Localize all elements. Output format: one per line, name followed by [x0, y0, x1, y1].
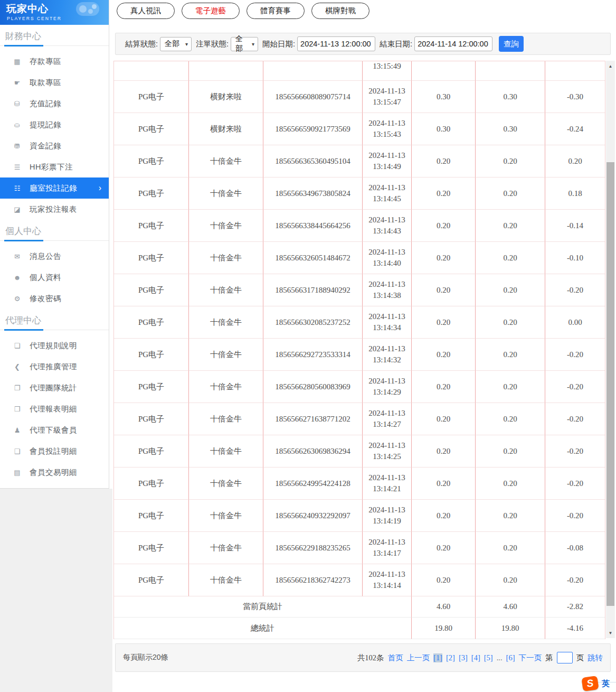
page-number-link[interactable]: [5] [484, 653, 493, 662]
page-number-link[interactable]: [1] [433, 653, 442, 662]
cell-platform: PG电子 [114, 532, 189, 564]
sidebar-item-withdraw[interactable]: ☛取款專區 [0, 72, 109, 93]
sidebar-item-notice[interactable]: ✉消息公告 [0, 246, 109, 267]
page-number-link[interactable]: [4] [471, 653, 480, 662]
agent-team-stats-icon: ❐ [13, 384, 22, 392]
date-line: 2024-11-13 [368, 504, 405, 516]
game-category-tab[interactable]: 電子遊藝 [182, 3, 240, 19]
cell-datetime: 2024-11-1313:14:21 [363, 467, 412, 500]
scroll-down-icon[interactable]: ▼ [606, 629, 615, 637]
cell-order-number: 1856566271638771202 [263, 403, 363, 435]
order-status-select[interactable]: 全部 ▾ [231, 37, 258, 51]
page-number-link[interactable]: [6] [506, 653, 515, 662]
date-line: 2024-11-13 [368, 118, 405, 129]
game-category-tab[interactable]: 體育賽事 [247, 3, 305, 19]
translator-widget[interactable]: S 英 [582, 677, 610, 690]
scrollbar-thumb[interactable] [606, 162, 614, 606]
date-line: 2024-11-13 [368, 214, 405, 226]
profile-icon: ☻ [13, 274, 22, 282]
table-row-partial: 13:15:49 [114, 61, 605, 81]
bet-records-table: 13:15:49PG电子横财来啦18565666080890757142024-… [113, 61, 605, 639]
game-category-tab[interactable]: 真人視訊 [117, 3, 175, 19]
cell-order-number: 1856566365360495104 [263, 145, 363, 177]
cell-winloss: 0.18 [545, 177, 605, 210]
game-category-tab[interactable]: 棋牌對戰 [311, 3, 369, 19]
date-line: 2024-11-13 [368, 150, 405, 161]
first-page-link[interactable]: 首页 [388, 653, 403, 663]
cell-order-number: 1856566229188235265 [263, 532, 363, 564]
cell-platform: PG电子 [114, 177, 189, 210]
table-row: PG电子十倍金牛18565663171889402922024-11-1313:… [114, 274, 605, 306]
change-password-icon: ⚙ [13, 295, 22, 303]
table-row: PG电子十倍金牛18565663496738058242024-11-1313:… [114, 177, 605, 210]
cell-datetime: 2024-11-1313:14:14 [363, 564, 412, 596]
deposit-icon: ▦ [13, 58, 22, 66]
table-row: PG电子十倍金牛18565662409322920972024-11-1313:… [114, 500, 605, 532]
sidebar-item-member-bet-detail[interactable]: ❑會員投註明細 [0, 441, 109, 462]
logo-subtitle: PLAYERS CENTER [0, 16, 109, 21]
cell-order-number: 1856566292723533314 [263, 339, 363, 371]
cell-bet-amount: 0.20 [412, 435, 476, 467]
start-date-input[interactable] [297, 36, 375, 51]
time-line: 13:15:47 [373, 97, 401, 108]
page-number-link[interactable]: [2] [446, 653, 455, 662]
jump-prefix-label: 第 [545, 653, 553, 663]
page-number-link[interactable]: [3] [459, 653, 468, 662]
sidebar-item-profile[interactable]: ☻個人資料 [0, 267, 109, 288]
sidebar-item-player-bet-report[interactable]: ◪玩家投注報表 [0, 199, 109, 220]
sidebar-item-agent-promotion[interactable]: ❮代理推廣管理 [0, 356, 109, 377]
summary-valid-bet: 4.60 [476, 596, 545, 618]
cell-bet-amount: 0.20 [412, 145, 476, 177]
cell-platform: PG电子 [114, 145, 189, 177]
sidebar-item-funds-record[interactable]: ⛃資金記錄 [0, 135, 109, 156]
sidebar-item-agent-sub-members[interactable]: ♟代理下級會員 [0, 419, 109, 441]
time-line: 13:14:14 [373, 580, 401, 591]
table-row: PG电子十倍金牛18565662805600839692024-11-1313:… [114, 371, 605, 403]
chevron-right-icon: › [99, 183, 101, 193]
cell-game: 横财来啦 [189, 81, 263, 113]
cell-valid-bet: 0.20 [476, 145, 545, 177]
scroll-up-icon[interactable]: ▲ [606, 62, 615, 70]
cell-datetime: 2024-11-1313:14:32 [363, 339, 412, 371]
sidebar-item-agent-rules[interactable]: ❏代理規則說明 [0, 335, 109, 356]
sidebar-item-room-bet-record[interactable]: ☷廳室投註記錄› [0, 177, 109, 199]
jump-page-input[interactable] [557, 652, 573, 663]
sidebar-item-agent-team-stats[interactable]: ❐代理團隊統計 [0, 377, 109, 398]
sidebar-item-label: 會員投註明細 [30, 446, 77, 456]
summary-winloss: -2.82 [545, 596, 605, 618]
sidebar-item-recharge-record[interactable]: ⛁充值記錄 [0, 93, 109, 114]
cell-winloss: -0.08 [545, 532, 605, 564]
sidebar-item-cashout-record[interactable]: ⛀提現記錄 [0, 114, 109, 135]
cell-game: 十倍金牛 [189, 500, 263, 532]
settle-status-value: 全部 [165, 39, 179, 49]
sidebar-item-deposit[interactable]: ▦存款專區 [0, 51, 109, 72]
end-date-input[interactable] [414, 36, 492, 51]
cell-platform: PG电子 [114, 274, 189, 306]
prev-page-link[interactable]: 上一页 [407, 653, 430, 663]
cell-bet-amount: 0.20 [412, 500, 476, 532]
cell-winloss: -0.20 [545, 435, 605, 467]
sidebar-item-change-password[interactable]: ⚙修改密碼 [0, 288, 109, 309]
settle-status-label: 結算狀態: [125, 39, 158, 49]
sidebar-item-member-trade-detail[interactable]: ▤會員交易明細 [0, 462, 109, 483]
cell-order-number: 1856566249954224128 [263, 467, 363, 500]
translator-icon[interactable]: S [581, 676, 599, 691]
jump-button[interactable]: 跳转 [587, 653, 603, 663]
cell-winloss: -0.20 [545, 274, 605, 306]
lottery-bet-icon: ☰ [13, 163, 22, 171]
cell-bet-amount: 0.20 [412, 564, 476, 596]
cell-platform: PG电子 [114, 371, 189, 403]
cell-winloss: -0.10 [545, 242, 605, 274]
cell-valid-bet: 0.20 [476, 274, 545, 306]
cell [189, 61, 263, 81]
sidebar-item-agent-report-detail[interactable]: ❒代理報表明細 [0, 398, 109, 419]
cell-order-number: 1856566218362742273 [263, 564, 363, 596]
next-page-link[interactable]: 下一页 [519, 653, 542, 663]
sidebar-item-lottery-bet[interactable]: ☰HH彩票下注 [0, 156, 109, 177]
summary-row: 當前頁統計4.604.60-2.82 [114, 596, 605, 618]
search-button[interactable]: 查詢 [499, 36, 524, 52]
cell-platform: PG电子 [114, 210, 189, 242]
cell-winloss: 0.00 [545, 306, 605, 339]
cell-valid-bet: 0.20 [476, 500, 545, 532]
settle-status-select[interactable]: 全部 ▾ [160, 37, 192, 51]
